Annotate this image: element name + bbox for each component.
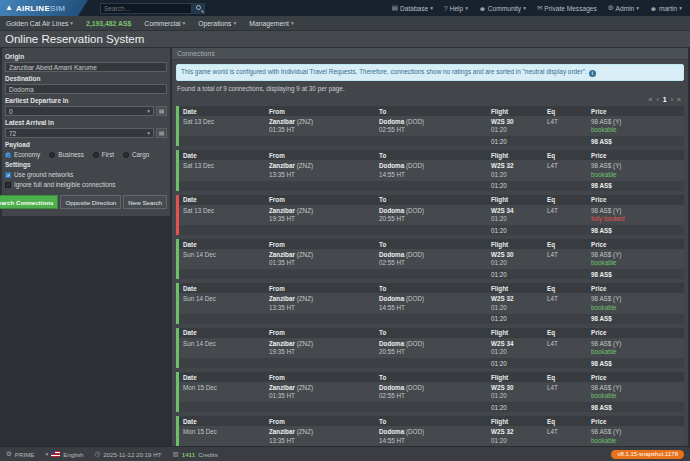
total-price: 98 AS$ [591,271,684,278]
col-to: To [379,196,491,203]
flight-number-link[interactable]: W2S 32 [491,428,513,435]
topnav-martin[interactable]: ☻martin▾ [650,5,682,12]
latest-arrival-picker-button[interactable]: ▤ [156,128,167,138]
earliest-departure-picker-button[interactable]: ▤ [156,106,167,116]
credit-card-icon: ▥ [173,450,179,458]
latest-arrival-select[interactable]: 72 ▾ [5,128,154,138]
search-input[interactable] [100,3,192,14]
connection-equipment: L4T [547,428,591,436]
col-eq: Eq [547,418,591,425]
latest-arrival-label: Latest Arrival in [5,119,167,126]
info-icon[interactable]: i [589,70,596,77]
radio-icon [49,152,55,158]
search-button[interactable] [192,3,205,14]
connection-list: Date From To Flight Eq Price Sat 13 Dec … [172,106,688,461]
airline-menu[interactable]: Golden Cat Air Lines▾ [6,20,73,27]
opposite-direction-button[interactable]: Opposite Direction [60,195,121,209]
connection-price: 98 AS$ (Y)bookable [591,428,684,444]
connection-row: Date From To Flight Eq Price Sat 13 Dec … [176,106,684,146]
connections-panel-title: Connections [172,48,688,60]
connection-date: Sun 14 Dec [183,295,269,303]
col-to: To [379,152,491,159]
connection-equipment: L4T [547,340,591,348]
col-date: Date [183,108,269,115]
connection-row-data: Sun 14 Dec Zanzibar (ZNZ)13:35 HT Dodoma… [179,293,684,313]
menu-operations[interactable]: Operations▾ [198,20,236,27]
flight-number-link[interactable]: W2S 30 [491,118,513,125]
radio-cargo[interactable]: Cargo [123,151,149,158]
destination-input[interactable] [5,84,167,94]
prime-link[interactable]: ⚙PRIME [6,450,34,458]
new-search-button[interactable]: New Search [123,195,167,209]
credits-indicator[interactable]: ▥1411Credits [173,450,218,458]
col-from: From [269,108,379,115]
topnav-private-messages[interactable]: ✉Private Messages [537,4,597,12]
pagination-item[interactable]: 1 [663,96,667,103]
flight-number-link[interactable]: W2S 34 [491,340,513,347]
menu-commercial[interactable]: Commercial▾ [144,20,185,27]
radio-economy[interactable]: Economy [5,151,40,158]
connection-flight: W2S 3201:20 [491,428,547,444]
connection-price: 98 AS$ (Y)bookable [591,118,684,134]
availability-status: bookable [591,126,617,133]
connection-price: 98 AS$ (Y)bookable [591,340,684,356]
connection-flight: W2S 3401:20 [491,207,547,223]
connection-flight: W2S 3001:20 [491,384,547,400]
language-selector[interactable]: ▾English [45,451,83,458]
topnav-database[interactable]: ▤Database▾ [392,4,433,12]
connection-equipment: L4T [547,162,591,170]
col-from: From [269,196,379,203]
origin-input[interactable] [5,62,167,72]
pagination-item[interactable]: › [671,96,673,103]
connection-row-header: Date From To Flight Eq Price [179,195,684,205]
pagination-item[interactable]: » [677,96,681,103]
col-from: From [269,285,379,292]
version-badge[interactable]: v8.1.15-snapshot.1178 [611,450,684,459]
connection-row: Date From To Flight Eq Price Mon 15 Dec … [176,372,684,412]
flight-number-link[interactable]: W2S 30 [491,251,513,258]
pagination-item[interactable]: « [649,96,653,103]
connection-flight: W2S 3001:20 [491,118,547,134]
connection-row-summary: 01:20 98 AS$ [179,402,684,412]
earliest-departure-select[interactable]: 0 ▾ [5,106,154,116]
chevron-down-icon: ▾ [679,5,682,11]
connection-row: Date From To Flight Eq Price Sun 14 Dec … [176,239,684,279]
flight-number-link[interactable]: W2S 32 [491,295,513,302]
topnav-help[interactable]: ?Help▾ [444,5,468,12]
connection-price: 98 AS$ (Y)bookable [591,251,684,267]
flight-number-link[interactable]: W2S 34 [491,207,513,214]
chevron-down-icon: ▾ [182,20,185,26]
chevron-down-icon: ▾ [430,5,433,11]
flight-number-link[interactable]: W2S 32 [491,162,513,169]
connection-row-header: Date From To Flight Eq Price [179,106,684,116]
radio-icon [123,152,129,158]
search-connections-button[interactable]: Search Connections [0,195,58,209]
flight-number-link[interactable]: W2S 30 [491,384,513,391]
connection-from: Zanzibar (ZNZ)13:35 HT [269,428,379,444]
airline-navbar: Golden Cat Air Lines▾ 2,193,482 AS$ Comm… [0,16,690,31]
col-flight: Flight [491,285,547,292]
page-title: Online Reservation System [0,31,690,47]
connections-panel: Connections This game world is configure… [172,48,688,461]
connection-from: Zanzibar (ZNZ)19:35 HT [269,340,379,356]
col-date: Date [183,196,269,203]
database-icon: ▤ [392,4,398,12]
account-balance[interactable]: 2,193,482 AS$ [86,20,131,27]
settings-label: Settings [5,161,167,168]
airlinesim-logo[interactable]: ▲ AIRLINESIM [0,0,88,16]
global-search [100,3,205,14]
col-price: Price [591,196,684,203]
radio-first[interactable]: First [93,151,114,158]
connection-to: Dodoma (DOD)14:55 HT [379,295,491,311]
topnav-admin[interactable]: ⚙Admin▾ [608,4,639,12]
top-navbar: ▲ AIRLINESIM ▤Database▾?Help▾☻Community▾… [0,0,690,16]
checkbox-use-ground-networks[interactable]: Use ground networks [5,171,167,178]
radio-business[interactable]: Business [49,151,84,158]
connection-to: Dodoma (DOD)20:55 HT [379,340,491,356]
checkbox-ignore-full-connections[interactable]: Ignore full and ineligible connections [5,181,167,188]
brand-word: AIRLINE [16,4,50,13]
topnav-community[interactable]: ☻Community▾ [479,5,526,12]
menu-management[interactable]: Management▾ [249,20,293,27]
pagination-item[interactable]: ‹ [657,96,659,103]
connection-date: Sun 14 Dec [183,251,269,259]
